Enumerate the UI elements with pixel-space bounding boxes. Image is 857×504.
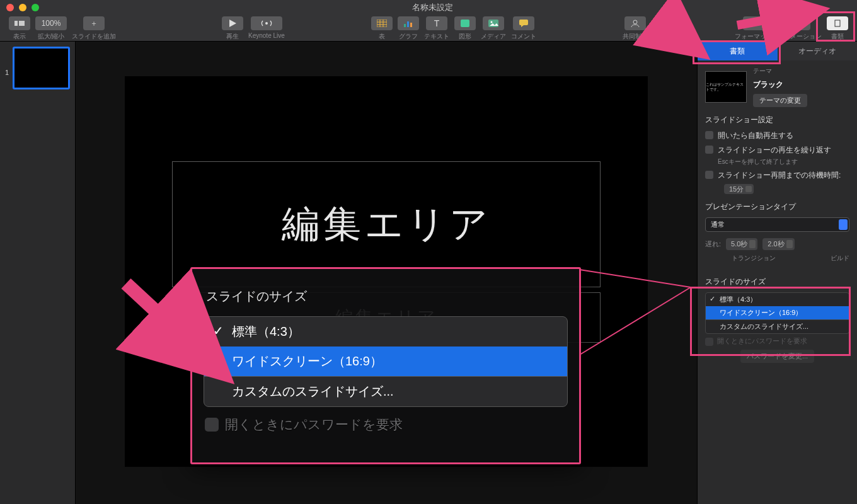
keynote-live-label: Keynote Live [248,32,285,39]
play-tool: 再生 [222,16,243,41]
table-tool: 表 [371,16,393,41]
collab-label: 共同制作 [623,32,648,41]
comment-label: コメント [511,32,536,41]
title-placeholder-text: 編集エリア [282,199,492,250]
zoom-tool: 100% 拡大/縮小 [35,16,67,41]
media-button[interactable] [483,16,504,30]
table-label: 表 [379,32,385,41]
tab-document[interactable]: 書類 [698,42,778,60]
theme-label: テーマ [753,67,807,76]
svg-rect-15 [519,20,528,25]
animate-label: アニメーション [778,32,822,41]
build-delay-stepper[interactable]: 2.0秒 [762,238,794,250]
transition-col-label: トランジション [732,254,776,263]
change-theme-button[interactable]: テーマの変更 [753,94,807,107]
autoplay-label: 開いたら自動再生する [718,130,793,141]
loop-checkbox[interactable] [705,146,713,154]
view-button[interactable] [9,16,30,30]
inspector-panel: 書類 オーディオ これはサンプルテキストです。 テーマ ブラック テーマの変更 … [697,42,857,504]
slideshow-settings-heading: スライドショー設定 [705,115,849,125]
comment-button[interactable] [513,16,534,30]
slide-size-dropdown-open[interactable]: 標準（4:3） ワイドスクリーン（16:9） カスタムのスライドサイズ... [705,292,849,334]
play-icon [229,20,236,27]
add-slide-tool: ＋ スライドを追加 [72,16,116,41]
text-tool: T テキスト [424,16,449,41]
slide-size-option-custom[interactable]: カスタムのスライドサイズ... [706,319,849,333]
inspector-tabs: 書類 オーディオ [698,42,857,60]
animate-button[interactable] [789,16,810,30]
popup-option-standard[interactable]: 標準（4:3） [204,317,567,346]
slide-size-custom-label: カスタムのスライドサイズ... [720,323,808,330]
popup-wide-label: ワイドスクリーン（16:9） [232,354,382,368]
close-window-icon[interactable] [6,4,14,11]
change-password-button[interactable]: パスワードを変更... [740,350,814,363]
document-button[interactable] [827,16,848,30]
change-password-label: パスワードを変更... [747,352,808,360]
text-label: テキスト [424,32,449,41]
zoom-button[interactable]: 100% [35,16,67,30]
popup-option-wide[interactable]: ワイドスクリーン（16:9） [204,346,567,376]
svg-rect-10 [407,21,409,27]
zoom-label: 拡大/縮小 [38,32,65,41]
slide-size-std-label: 標準（4:3） [720,295,757,303]
svg-rect-13 [488,20,498,27]
loop-label: スライドショーの再生を繰り返す [718,145,831,156]
text-button[interactable]: T [426,16,447,30]
password-checkbox-obscured[interactable] [705,338,713,346]
main-toolbar: 表示 100% 拡大/縮小 ＋ スライドを追加 再生 Keynote Live [0,15,857,42]
slide-navigator: 1 [0,42,76,504]
comment-icon [519,20,528,27]
popup-std-label: 標準（4:3） [232,324,300,338]
play-button[interactable] [222,16,243,30]
slide-thumbnail-1[interactable] [13,47,70,89]
tab-audio[interactable]: オーディオ [778,42,858,60]
table-button[interactable] [371,16,393,30]
view-label: 表示 [13,32,26,41]
view-tool: 表示 [9,16,30,41]
media-label: メディア [481,32,506,41]
svg-rect-4 [377,20,387,27]
zoom-value: 100% [42,19,61,28]
keynote-live-button[interactable] [251,16,282,30]
popup-title: スライドのサイズ [206,288,565,305]
autoplay-checkbox[interactable] [705,131,713,139]
transition-delay-value: 5.0秒 [731,240,747,248]
media-icon [488,20,498,27]
loop-hint: Escキーを押して終了します [718,158,849,166]
presentation-type-dropdown[interactable]: 通常 [705,217,849,232]
collab-icon [630,20,640,27]
chart-icon [403,20,413,27]
delay-label: 遅れ: [705,239,721,249]
slide-size-wide-label: ワイドスクリーン（16:9） [720,309,802,316]
shape-button[interactable] [454,16,476,30]
popup-password-checkbox [205,418,219,432]
format-button[interactable] [743,16,764,30]
tab-document-label: 書類 [730,46,745,57]
build-delay-value: 2.0秒 [768,240,784,248]
transition-delay-stepper[interactable]: 5.0秒 [726,238,757,250]
document-icon [834,20,841,27]
minimize-window-icon[interactable] [19,4,26,11]
svg-rect-1 [19,21,25,26]
tab-audio-label: オーディオ [798,46,836,57]
idle-checkbox[interactable] [705,171,713,179]
svg-marker-16 [521,25,524,27]
presentation-type-value: 通常 [711,220,725,228]
slide-size-option-standard[interactable]: 標準（4:3） [706,293,849,306]
add-slide-button[interactable]: ＋ [83,16,105,30]
animate-icon [795,20,804,27]
traffic-lights [6,4,39,11]
popup-option-custom[interactable]: カスタムのスライドサイズ... [204,376,567,406]
idle-time-stepper[interactable]: 15分 [724,184,754,194]
chart-button[interactable] [398,16,419,30]
svg-rect-9 [404,24,406,27]
shape-tool: 図形 [454,16,476,41]
fullscreen-window-icon[interactable] [32,4,39,11]
presentation-type-heading: プレゼンテーションタイプ [705,202,849,212]
comment-tool: コメント [511,16,536,41]
format-label: フォーマット [735,32,773,41]
popup-custom-label: カスタムのスライドサイズ... [232,384,394,398]
slide-size-popup-zoom: スライドのサイズ 標準（4:3） ワイドスクリーン（16:9） カスタムのスライ… [190,267,581,464]
slide-size-option-wide[interactable]: ワイドスクリーン（16:9） [706,306,849,319]
collab-button[interactable] [624,16,646,30]
